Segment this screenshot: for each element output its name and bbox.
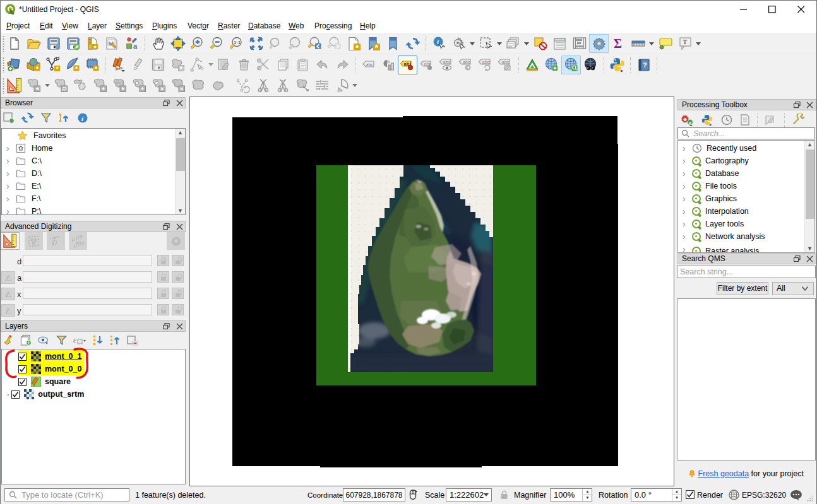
svg-text:abc: abc <box>482 59 490 65</box>
svg-text:1:1: 1:1 <box>234 39 241 45</box>
svg-text:abc: abc <box>463 59 470 65</box>
svg-text:T: T <box>683 38 687 45</box>
svg-text:a: a <box>133 42 138 50</box>
svg-text:?: ? <box>643 61 647 69</box>
svg-text:abc: abc <box>366 62 373 66</box>
svg-text:Σ: Σ <box>614 37 622 50</box>
svg-text:abc: abc <box>443 59 451 65</box>
svg-text:ε: ε <box>73 335 77 344</box>
